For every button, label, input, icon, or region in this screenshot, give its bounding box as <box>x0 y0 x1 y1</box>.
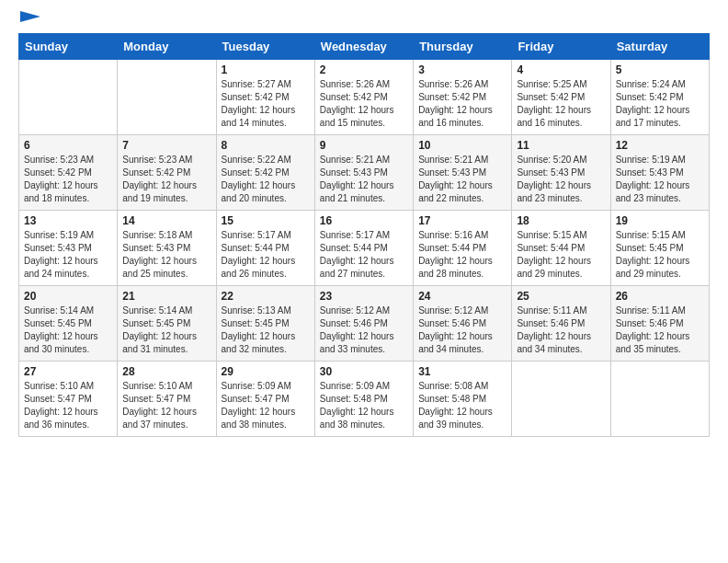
calendar-cell: 15Sunrise: 5:17 AM Sunset: 5:44 PM Dayli… <box>216 211 314 286</box>
weekday-header-saturday: Saturday <box>610 34 709 60</box>
header <box>18 15 710 22</box>
day-number: 31 <box>418 365 506 378</box>
day-info: Sunrise: 5:23 AM Sunset: 5:42 PM Dayligh… <box>24 154 112 205</box>
calendar-cell: 4Sunrise: 5:25 AM Sunset: 5:42 PM Daylig… <box>512 60 610 135</box>
day-number: 11 <box>517 139 605 152</box>
weekday-header-friday: Friday <box>512 34 610 60</box>
calendar-cell: 25Sunrise: 5:11 AM Sunset: 5:46 PM Dayli… <box>512 286 610 362</box>
calendar-cell: 16Sunrise: 5:17 AM Sunset: 5:44 PM Dayli… <box>314 211 413 286</box>
day-info: Sunrise: 5:20 AM Sunset: 5:43 PM Dayligh… <box>517 154 605 205</box>
day-info: Sunrise: 5:09 AM Sunset: 5:48 PM Dayligh… <box>320 380 408 431</box>
weekday-header-sunday: Sunday <box>19 34 118 60</box>
calendar-cell: 20Sunrise: 5:14 AM Sunset: 5:45 PM Dayli… <box>19 286 118 362</box>
page-container: SundayMondayTuesdayWednesdayThursdayFrid… <box>0 0 728 446</box>
calendar-cell: 7Sunrise: 5:23 AM Sunset: 5:42 PM Daylig… <box>118 135 216 211</box>
calendar-cell: 29Sunrise: 5:09 AM Sunset: 5:47 PM Dayli… <box>216 362 314 437</box>
day-info: Sunrise: 5:21 AM Sunset: 5:43 PM Dayligh… <box>320 154 408 205</box>
calendar-cell: 3Sunrise: 5:26 AM Sunset: 5:42 PM Daylig… <box>414 60 512 135</box>
day-info: Sunrise: 5:10 AM Sunset: 5:47 PM Dayligh… <box>122 380 210 431</box>
day-number: 4 <box>517 63 605 76</box>
day-number: 2 <box>320 63 408 76</box>
weekday-header-tuesday: Tuesday <box>216 34 314 60</box>
day-info: Sunrise: 5:23 AM Sunset: 5:42 PM Dayligh… <box>122 154 210 205</box>
day-number: 19 <box>616 214 704 227</box>
day-info: Sunrise: 5:22 AM Sunset: 5:42 PM Dayligh… <box>222 154 310 205</box>
day-info: Sunrise: 5:15 AM Sunset: 5:44 PM Dayligh… <box>517 229 605 281</box>
day-info: Sunrise: 5:13 AM Sunset: 5:45 PM Dayligh… <box>222 304 310 356</box>
day-info: Sunrise: 5:12 AM Sunset: 5:46 PM Dayligh… <box>418 304 506 356</box>
calendar-cell <box>512 362 610 437</box>
day-info: Sunrise: 5:15 AM Sunset: 5:45 PM Dayligh… <box>616 229 704 281</box>
day-number: 3 <box>418 63 506 76</box>
calendar-cell: 8Sunrise: 5:22 AM Sunset: 5:42 PM Daylig… <box>216 135 314 211</box>
day-info: Sunrise: 5:14 AM Sunset: 5:45 PM Dayligh… <box>122 304 210 356</box>
day-info: Sunrise: 5:14 AM Sunset: 5:45 PM Dayligh… <box>24 304 112 356</box>
calendar-cell: 11Sunrise: 5:20 AM Sunset: 5:43 PM Dayli… <box>512 135 610 211</box>
day-info: Sunrise: 5:10 AM Sunset: 5:47 PM Dayligh… <box>24 380 112 431</box>
calendar-cell: 22Sunrise: 5:13 AM Sunset: 5:45 PM Dayli… <box>216 286 314 362</box>
day-number: 18 <box>517 214 605 227</box>
calendar-week-row: 20Sunrise: 5:14 AM Sunset: 5:45 PM Dayli… <box>19 286 710 362</box>
calendar-cell: 13Sunrise: 5:19 AM Sunset: 5:43 PM Dayli… <box>19 211 118 286</box>
day-info: Sunrise: 5:11 AM Sunset: 5:46 PM Dayligh… <box>517 304 605 356</box>
day-number: 30 <box>320 365 408 378</box>
day-info: Sunrise: 5:25 AM Sunset: 5:42 PM Dayligh… <box>517 78 605 130</box>
calendar-cell: 14Sunrise: 5:18 AM Sunset: 5:43 PM Dayli… <box>118 211 216 286</box>
calendar-cell: 6Sunrise: 5:23 AM Sunset: 5:42 PM Daylig… <box>19 135 118 211</box>
svg-marker-0 <box>20 11 40 22</box>
day-number: 5 <box>616 63 704 76</box>
calendar-cell: 10Sunrise: 5:21 AM Sunset: 5:43 PM Dayli… <box>414 135 512 211</box>
day-number: 16 <box>320 214 408 227</box>
day-number: 29 <box>222 365 310 378</box>
weekday-header-row: SundayMondayTuesdayWednesdayThursdayFrid… <box>19 34 710 60</box>
calendar-cell: 28Sunrise: 5:10 AM Sunset: 5:47 PM Dayli… <box>118 362 216 437</box>
day-info: Sunrise: 5:08 AM Sunset: 5:48 PM Dayligh… <box>418 380 506 431</box>
day-info: Sunrise: 5:19 AM Sunset: 5:43 PM Dayligh… <box>616 154 704 205</box>
day-number: 8 <box>222 139 310 152</box>
day-number: 28 <box>122 365 210 378</box>
calendar-cell: 26Sunrise: 5:11 AM Sunset: 5:46 PM Dayli… <box>610 286 709 362</box>
day-number: 22 <box>222 290 310 303</box>
day-number: 17 <box>418 214 506 227</box>
calendar-cell: 24Sunrise: 5:12 AM Sunset: 5:46 PM Dayli… <box>414 286 512 362</box>
day-number: 20 <box>24 290 112 303</box>
calendar-week-row: 6Sunrise: 5:23 AM Sunset: 5:42 PM Daylig… <box>19 135 710 211</box>
day-info: Sunrise: 5:27 AM Sunset: 5:42 PM Dayligh… <box>222 78 310 130</box>
day-info: Sunrise: 5:21 AM Sunset: 5:43 PM Dayligh… <box>418 154 506 205</box>
weekday-header-monday: Monday <box>118 34 216 60</box>
weekday-header-wednesday: Wednesday <box>314 34 413 60</box>
logo-flag-icon <box>20 11 40 28</box>
calendar-cell <box>118 60 216 135</box>
calendar-cell: 21Sunrise: 5:14 AM Sunset: 5:45 PM Dayli… <box>118 286 216 362</box>
calendar-cell: 9Sunrise: 5:21 AM Sunset: 5:43 PM Daylig… <box>314 135 413 211</box>
calendar-cell <box>610 362 709 437</box>
calendar-cell: 18Sunrise: 5:15 AM Sunset: 5:44 PM Dayli… <box>512 211 610 286</box>
day-number: 23 <box>320 290 408 303</box>
logo <box>18 15 40 22</box>
calendar-cell: 30Sunrise: 5:09 AM Sunset: 5:48 PM Dayli… <box>314 362 413 437</box>
day-info: Sunrise: 5:24 AM Sunset: 5:42 PM Dayligh… <box>616 78 704 130</box>
calendar-week-row: 27Sunrise: 5:10 AM Sunset: 5:47 PM Dayli… <box>19 362 710 437</box>
calendar-cell: 2Sunrise: 5:26 AM Sunset: 5:42 PM Daylig… <box>314 60 413 135</box>
day-number: 6 <box>24 139 112 152</box>
day-number: 13 <box>24 214 112 227</box>
day-number: 9 <box>320 139 408 152</box>
weekday-header-thursday: Thursday <box>414 34 512 60</box>
day-info: Sunrise: 5:17 AM Sunset: 5:44 PM Dayligh… <box>320 229 408 281</box>
day-info: Sunrise: 5:26 AM Sunset: 5:42 PM Dayligh… <box>320 78 408 130</box>
day-info: Sunrise: 5:18 AM Sunset: 5:43 PM Dayligh… <box>122 229 210 281</box>
day-number: 26 <box>616 290 704 303</box>
day-number: 14 <box>122 214 210 227</box>
calendar-cell <box>19 60 118 135</box>
day-number: 25 <box>517 290 605 303</box>
day-info: Sunrise: 5:19 AM Sunset: 5:43 PM Dayligh… <box>24 229 112 281</box>
calendar-cell: 19Sunrise: 5:15 AM Sunset: 5:45 PM Dayli… <box>610 211 709 286</box>
calendar-table: SundayMondayTuesdayWednesdayThursdayFrid… <box>18 33 710 437</box>
day-info: Sunrise: 5:16 AM Sunset: 5:44 PM Dayligh… <box>418 229 506 281</box>
calendar-cell: 23Sunrise: 5:12 AM Sunset: 5:46 PM Dayli… <box>314 286 413 362</box>
day-number: 21 <box>122 290 210 303</box>
calendar-cell: 1Sunrise: 5:27 AM Sunset: 5:42 PM Daylig… <box>216 60 314 135</box>
calendar-cell: 27Sunrise: 5:10 AM Sunset: 5:47 PM Dayli… <box>19 362 118 437</box>
calendar-cell: 31Sunrise: 5:08 AM Sunset: 5:48 PM Dayli… <box>414 362 512 437</box>
day-number: 12 <box>616 139 704 152</box>
